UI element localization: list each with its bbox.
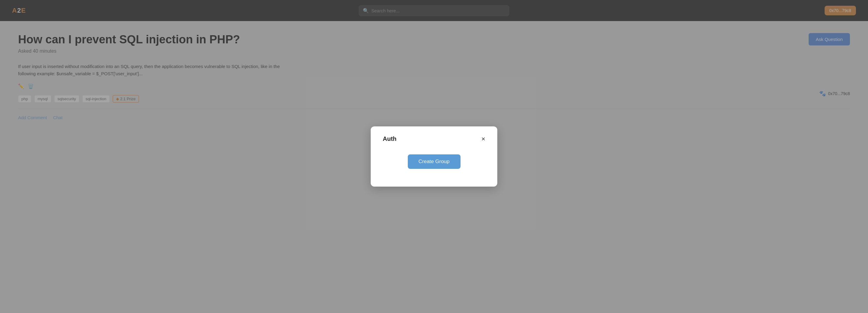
auth-modal: Auth × Create Group	[371, 127, 497, 186]
create-group-button[interactable]: Create Group	[408, 154, 461, 169]
modal-body: Create Group	[383, 154, 485, 169]
modal-close-button[interactable]: ×	[481, 136, 485, 142]
modal-header: Auth ×	[383, 135, 485, 142]
modal-overlay[interactable]: Auth × Create Group	[0, 0, 868, 313]
modal-title: Auth	[383, 135, 397, 142]
